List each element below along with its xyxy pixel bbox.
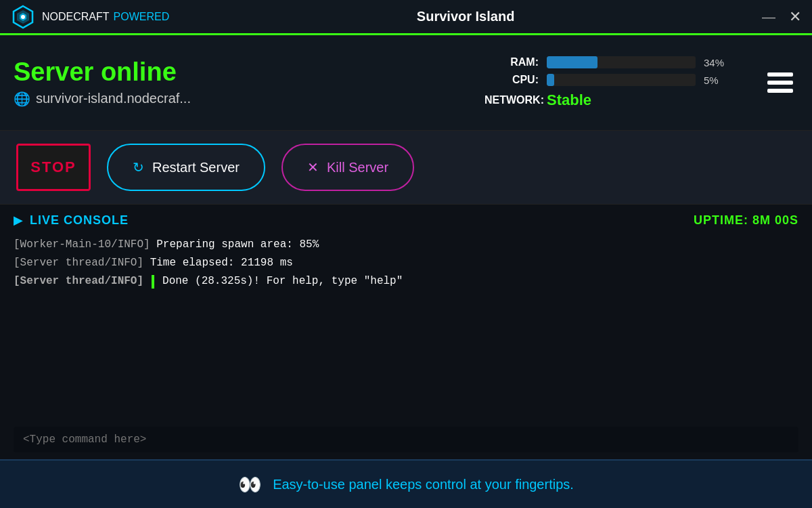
log-line: [Server thread/INFO] Time elapsed: 21198… bbox=[14, 254, 798, 272]
server-address: survivor-island.nodecraf... bbox=[36, 91, 191, 106]
eyes-icon: 👀 bbox=[238, 473, 262, 496]
uptime-value: 8M 00S bbox=[752, 213, 798, 227]
cpu-value: 5% bbox=[704, 75, 731, 86]
log-line: [Worker-Main-10/INFO] Preparing spawn ar… bbox=[14, 236, 798, 254]
log-line-highlight: [Server thread/INFO] Done (28.325s)! For… bbox=[14, 272, 798, 291]
console-area: ▶ LIVE CONSOLE UPTIME: 8M 00S [Worker-Ma… bbox=[0, 205, 812, 459]
stats-area: RAM: 34% CPU: 5% NETWORK: Stable bbox=[484, 56, 742, 109]
command-input[interactable] bbox=[14, 427, 798, 452]
log-text: Time elapsed: 21198 ms bbox=[143, 257, 293, 269]
brand-label: NODECRAFTPOWERED bbox=[42, 11, 169, 23]
ram-progress-fill bbox=[547, 56, 597, 68]
controls-area: STOP ↻ Restart Server ✕ Kill Server bbox=[0, 130, 812, 205]
hamburger-line-2 bbox=[767, 81, 793, 85]
log-prefix: [Server thread/INFO] bbox=[14, 272, 143, 291]
hamburger-line-1 bbox=[767, 72, 793, 77]
ram-progress-bg bbox=[547, 56, 696, 68]
console-title-row: ▶ LIVE CONSOLE bbox=[14, 213, 129, 228]
green-bar-icon bbox=[152, 275, 154, 289]
cpu-progress-fill bbox=[547, 74, 554, 86]
hamburger-menu[interactable] bbox=[762, 67, 798, 98]
console-icon: ▶ bbox=[14, 213, 23, 228]
logo-area: NODECRAFTPOWERED bbox=[11, 5, 169, 29]
svg-point-3 bbox=[21, 15, 25, 19]
window-controls: — ✕ bbox=[762, 9, 801, 24]
kill-label: Kill Server bbox=[327, 160, 388, 175]
status-left: Server online 🌐 survivor-island.nodecraf… bbox=[14, 58, 471, 107]
console-header: ▶ LIVE CONSOLE UPTIME: 8M 00S bbox=[0, 205, 812, 233]
ram-label: RAM: bbox=[484, 56, 539, 68]
console-log: [Worker-Main-10/INFO] Preparing spawn ar… bbox=[0, 233, 812, 424]
ram-value: 34% bbox=[704, 57, 731, 68]
footer-text: Easy-to-use panel keeps control at your … bbox=[273, 477, 574, 492]
network-status: Stable bbox=[547, 91, 591, 109]
title-bar: NODECRAFTPOWERED Survivor Island — ✕ bbox=[0, 0, 812, 35]
brand-powered: POWERED bbox=[114, 11, 170, 22]
footer-banner: 👀 Easy-to-use panel keeps control at you… bbox=[0, 459, 812, 508]
restart-label: Restart Server bbox=[152, 160, 240, 175]
hamburger-line-3 bbox=[767, 89, 793, 93]
log-prefix: [Worker-Main-10/INFO] bbox=[14, 238, 150, 251]
ram-row: RAM: 34% bbox=[484, 56, 742, 68]
console-label: LIVE CONSOLE bbox=[30, 213, 129, 228]
cpu-label: CPU: bbox=[484, 74, 539, 86]
window-title: Survivor Island bbox=[169, 9, 762, 24]
status-bar: Server online 🌐 survivor-island.nodecraf… bbox=[0, 35, 812, 130]
minimize-button[interactable]: — bbox=[762, 10, 775, 24]
kill-icon: ✕ bbox=[307, 159, 319, 175]
uptime-label: UPTIME: bbox=[694, 213, 748, 227]
uptime-display: UPTIME: 8M 00S bbox=[694, 213, 798, 228]
nodecraft-logo-icon bbox=[11, 5, 35, 29]
log-text: Done (28.325s)! For help, type "help" bbox=[162, 272, 403, 291]
command-input-row bbox=[0, 424, 812, 459]
cpu-progress-bg bbox=[547, 74, 696, 86]
server-online-label: Server online bbox=[14, 58, 471, 87]
brand-nodecraft: NODECRAFT bbox=[42, 11, 110, 22]
server-address-row: 🌐 survivor-island.nodecraf... bbox=[14, 91, 471, 107]
close-button[interactable]: ✕ bbox=[789, 9, 801, 24]
log-text: Preparing spawn area: 85% bbox=[150, 238, 319, 251]
cpu-row: CPU: 5% bbox=[484, 74, 742, 86]
restart-icon: ↻ bbox=[133, 159, 144, 175]
network-label: NETWORK: bbox=[484, 94, 539, 106]
globe-icon: 🌐 bbox=[14, 91, 30, 107]
kill-server-button[interactable]: ✕ Kill Server bbox=[281, 144, 414, 191]
stop-button[interactable]: STOP bbox=[16, 144, 91, 191]
log-prefix: [Server thread/INFO] bbox=[14, 257, 143, 269]
restart-server-button[interactable]: ↻ Restart Server bbox=[107, 144, 265, 191]
network-row: NETWORK: Stable bbox=[484, 91, 742, 109]
